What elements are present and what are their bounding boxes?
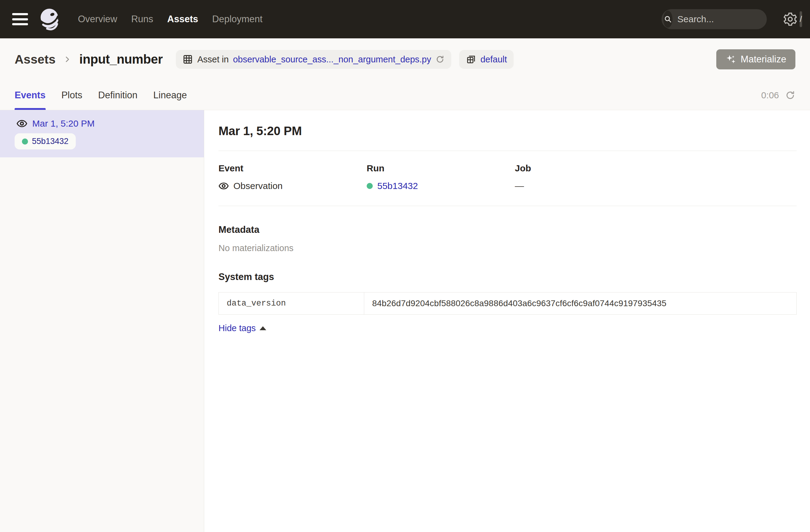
refresh-countdown: 0:06 xyxy=(761,90,779,100)
nav-item-assets[interactable]: Assets xyxy=(167,14,198,25)
breadcrumb-assets-link[interactable]: Assets xyxy=(15,52,55,67)
asset-header-row: Assets input_number Asset in observable_… xyxy=(0,38,810,80)
table-grid-icon xyxy=(182,54,193,65)
nav-item-runs[interactable]: Runs xyxy=(131,14,153,25)
event-column-header: Event xyxy=(218,163,367,174)
tab-plots[interactable]: Plots xyxy=(62,80,82,110)
materialize-label: Materialize xyxy=(741,54,786,65)
observation-eye-icon xyxy=(16,118,27,129)
job-column-header: Job xyxy=(515,163,797,174)
tag-key-cell: data_version xyxy=(219,292,364,315)
primary-nav: Overview Runs Assets Deployment xyxy=(78,14,263,25)
run-status-dot xyxy=(367,183,373,189)
nav-item-deployment[interactable]: Deployment xyxy=(212,14,262,25)
hide-tags-label: Hide tags xyxy=(218,323,256,333)
asset-chip-prefix: Asset in xyxy=(197,54,228,65)
run-id-link[interactable]: 55b13432 xyxy=(377,181,418,191)
search-shortcut-key: / xyxy=(800,11,802,27)
tab-definition[interactable]: Definition xyxy=(98,80,137,110)
events-sidebar: Mar 1, 5:20 PM 55b13432 xyxy=(0,110,204,532)
event-timestamp: Mar 1, 5:20 PM xyxy=(32,118,95,129)
search-box[interactable]: / xyxy=(662,9,767,29)
tab-lineage[interactable]: Lineage xyxy=(153,80,187,110)
system-tags-table: data_version 84b26d7d9204cbf588026c8a988… xyxy=(218,292,797,315)
event-detail-panel: Mar 1, 5:20 PM Event Observation Run xyxy=(204,110,810,532)
dagster-logo[interactable] xyxy=(37,7,62,32)
metadata-heading: Metadata xyxy=(218,224,797,235)
top-nav: Overview Runs Assets Deployment / xyxy=(0,0,810,38)
caret-up-icon xyxy=(260,326,266,330)
chevron-right-icon xyxy=(63,55,71,63)
job-empty-value: — xyxy=(515,181,524,191)
hamburger-menu-icon[interactable] xyxy=(12,13,28,25)
observation-eye-icon xyxy=(218,181,229,191)
search-icon xyxy=(663,11,673,28)
divider xyxy=(218,151,797,151)
system-tags-heading: System tags xyxy=(218,272,797,283)
nav-item-overview[interactable]: Overview xyxy=(78,14,117,25)
page-title: input_number xyxy=(79,52,162,67)
run-status-dot xyxy=(22,139,28,145)
repository-chip[interactable]: default xyxy=(459,50,514,69)
event-list-item-selected[interactable]: Mar 1, 5:20 PM 55b13432 xyxy=(0,110,204,157)
repository-name[interactable]: default xyxy=(481,54,507,65)
tag-value-cell: 84b26d7d9204cbf588026c8a9886d403a6c9637c… xyxy=(364,292,796,315)
repository-icon xyxy=(466,54,476,65)
search-input[interactable] xyxy=(673,14,800,25)
run-id: 55b13432 xyxy=(32,136,68,146)
run-column-header: Run xyxy=(367,163,515,174)
event-detail-title: Mar 1, 5:20 PM xyxy=(218,124,797,138)
divider xyxy=(218,206,797,206)
asset-file-link[interactable]: observable_source_ass..._non_argument_de… xyxy=(233,54,431,65)
reload-definition-icon[interactable] xyxy=(435,55,444,64)
tabs-row: Events Plots Definition Lineage 0:06 xyxy=(0,80,810,110)
asset-definition-chip: Asset in observable_source_ass..._non_ar… xyxy=(176,50,451,69)
tab-events[interactable]: Events xyxy=(15,80,46,110)
refresh-icon[interactable] xyxy=(785,90,795,100)
metadata-empty-note: No materializations xyxy=(218,243,797,253)
event-type-value: Observation xyxy=(233,181,283,191)
settings-gear-icon[interactable] xyxy=(783,12,798,27)
hide-tags-link[interactable]: Hide tags xyxy=(218,323,266,333)
run-badge[interactable]: 55b13432 xyxy=(15,133,76,149)
sparkles-icon xyxy=(725,54,736,65)
materialize-button[interactable]: Materialize xyxy=(716,49,795,69)
